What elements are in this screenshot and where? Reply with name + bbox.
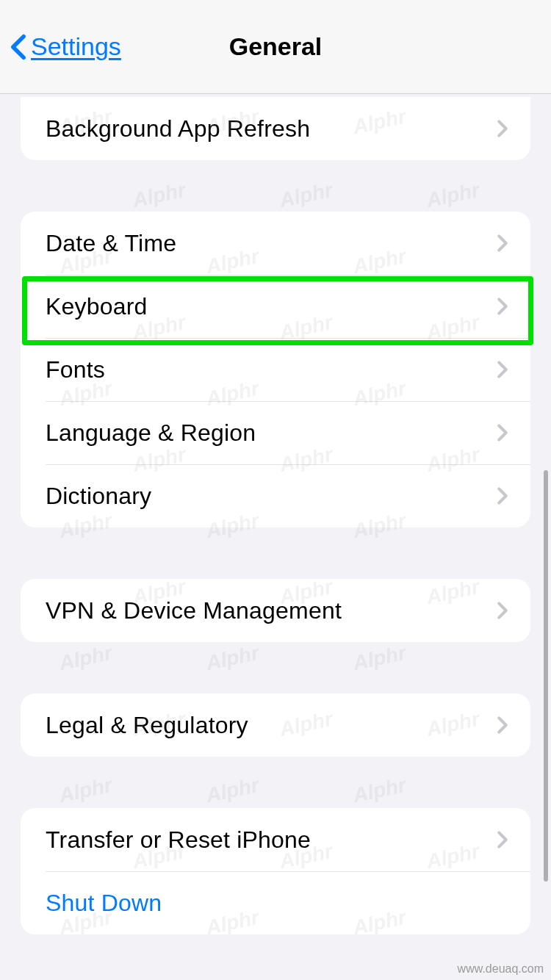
chevron-left-icon xyxy=(10,34,26,60)
row-background-app-refresh[interactable]: Background App Refresh xyxy=(21,97,530,160)
row-dictionary[interactable]: Dictionary xyxy=(21,464,530,527)
chevron-right-icon xyxy=(497,297,508,316)
row-label: Keyboard xyxy=(46,293,148,320)
chevron-right-icon xyxy=(497,360,508,379)
settings-group: Date & Time Keyboard Fonts Language & Re… xyxy=(21,212,530,527)
chevron-right-icon xyxy=(497,486,508,505)
chevron-right-icon xyxy=(497,601,508,620)
row-label: Shut Down xyxy=(46,890,162,917)
chevron-right-icon xyxy=(497,234,508,253)
content-area: Background App Refresh Date & Time Keybo… xyxy=(0,97,551,934)
page-title: General xyxy=(229,32,323,61)
settings-group: VPN & Device Management xyxy=(21,579,530,642)
row-legal-regulatory[interactable]: Legal & Regulatory xyxy=(21,693,530,757)
row-language-region[interactable]: Language & Region xyxy=(21,401,530,464)
row-transfer-reset-iphone[interactable]: Transfer or Reset iPhone xyxy=(21,808,530,871)
row-label: Dictionary xyxy=(46,483,151,510)
row-label: Transfer or Reset iPhone xyxy=(46,826,311,854)
row-label: Language & Region xyxy=(46,419,256,447)
back-label: Settings xyxy=(31,32,121,61)
row-vpn-device-management[interactable]: VPN & Device Management xyxy=(21,579,530,642)
row-shut-down[interactable]: Shut Down xyxy=(21,871,530,934)
navigation-bar: Settings General xyxy=(0,0,551,94)
row-date-time[interactable]: Date & Time xyxy=(21,212,530,275)
chevron-right-icon xyxy=(497,423,508,442)
row-label: Background App Refresh xyxy=(46,115,310,143)
row-label: Date & Time xyxy=(46,230,176,257)
chevron-right-icon xyxy=(497,119,508,138)
scrollbar[interactable] xyxy=(544,470,548,882)
row-label: Fonts xyxy=(46,356,105,383)
row-keyboard[interactable]: Keyboard xyxy=(21,275,530,338)
back-button[interactable]: Settings xyxy=(10,32,121,61)
row-label: VPN & Device Management xyxy=(46,597,342,624)
row-fonts[interactable]: Fonts xyxy=(21,338,530,401)
settings-group: Legal & Regulatory xyxy=(21,693,530,757)
chevron-right-icon xyxy=(497,716,508,735)
chevron-right-icon xyxy=(497,830,508,849)
footer-url: www.deuaq.com xyxy=(458,962,544,976)
settings-group: Background App Refresh xyxy=(21,97,530,160)
settings-group: Transfer or Reset iPhone Shut Down xyxy=(21,808,530,934)
row-label: Legal & Regulatory xyxy=(46,712,248,739)
